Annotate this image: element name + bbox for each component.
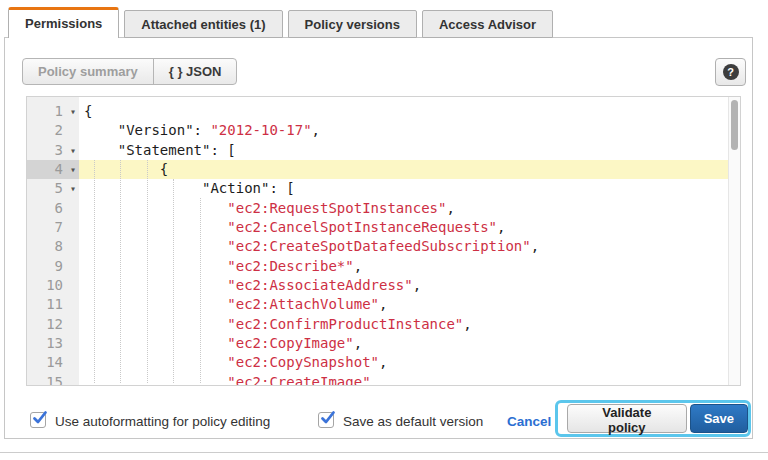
tab-attached-entities[interactable]: Attached entities (1) [124, 10, 282, 38]
gutter-line-number: 15 [27, 373, 79, 386]
gutter-line-number: 6 [27, 199, 79, 218]
fold-arrow-icon[interactable]: ▾ [70, 160, 76, 179]
policy-summary-button[interactable]: Policy summary [23, 59, 154, 84]
code-line[interactable]: "ec2:CancelSpotInstanceRequests", [79, 218, 728, 237]
permissions-panel: Policy summary { } JSON ? 1▾23▾4▾5▾67891… [4, 37, 753, 439]
editor-code-area[interactable]: { "Version": "2012-10-17", "Statement": … [79, 97, 728, 385]
code-line[interactable]: { [79, 160, 728, 179]
code-line[interactable]: "Version": "2012-10-17", [79, 121, 728, 140]
code-line[interactable]: "ec2:Describe*", [79, 257, 728, 276]
code-line[interactable]: "ec2:CopySnapshot", [79, 353, 728, 372]
gutter-line-number: 11 [27, 295, 79, 314]
code-line[interactable]: "ec2:RequestSpotInstances", [79, 199, 728, 218]
code-line[interactable]: "ec2:CopyImage", [79, 334, 728, 353]
tab-bar: Permissions Attached entities (1) Policy… [8, 7, 553, 38]
cancel-link[interactable]: Cancel [507, 414, 551, 429]
code-line[interactable]: "ec2:AttachVolume", [79, 295, 728, 314]
view-toggle: Policy summary { } JSON [22, 58, 237, 85]
code-line[interactable]: "Action": [ [79, 179, 728, 198]
gutter-line-number: 5▾ [27, 179, 79, 198]
editor-scrollbar-thumb[interactable] [731, 100, 738, 150]
tab-permissions[interactable]: Permissions [8, 7, 119, 38]
save-button[interactable]: Save [690, 404, 748, 433]
bottom-divider [0, 452, 768, 453]
code-line[interactable]: "ec2:CreateImage", [79, 373, 728, 386]
gutter-line-number: 1▾ [27, 102, 79, 121]
gutter-line-number: 9 [27, 257, 79, 276]
checkmark-icon [320, 410, 336, 426]
gutter-line-number: 4▾ [27, 160, 79, 179]
checkmark-icon [32, 410, 48, 426]
fold-arrow-icon[interactable]: ▾ [70, 102, 76, 121]
validate-policy-button[interactable]: Validate policy [567, 404, 687, 433]
default-version-label: Save as default version [343, 414, 483, 429]
tab-access-advisor[interactable]: Access Advisor [422, 10, 553, 38]
gutter-line-number: 12 [27, 315, 79, 334]
code-line[interactable]: "Statement": [ [79, 141, 728, 160]
json-toggle-button[interactable]: { } JSON [154, 59, 237, 84]
help-button[interactable]: ? [715, 58, 746, 86]
autoformat-checkbox[interactable] [30, 412, 46, 428]
autoformat-label: Use autoformatting for policy editing [55, 414, 270, 429]
fold-arrow-icon[interactable]: ▾ [70, 179, 76, 198]
gutter-line-number: 7 [27, 218, 79, 237]
gutter-line-number: 3▾ [27, 141, 79, 160]
editor-scrollbar-track[interactable] [728, 97, 740, 385]
gutter-line-number: 14 [27, 353, 79, 372]
code-line[interactable]: "ec2:CreateSpotDatafeedSubscription", [79, 237, 728, 256]
gutter-line-number: 2 [27, 121, 79, 140]
editor-gutter: 1▾23▾4▾5▾6789101112131415 [27, 97, 79, 385]
gutter-line-number: 13 [27, 334, 79, 353]
gutter-line-number: 10 [27, 276, 79, 295]
default-version-checkbox[interactable] [318, 412, 334, 428]
tab-policy-versions[interactable]: Policy versions [288, 10, 417, 38]
fold-arrow-icon[interactable]: ▾ [70, 141, 76, 160]
question-mark-icon: ? [723, 64, 739, 80]
code-line[interactable]: { [79, 102, 728, 121]
action-buttons-highlight-box: Validate policy Save [555, 400, 751, 437]
code-line[interactable]: "ec2:ConfirmProductInstance", [79, 315, 728, 334]
code-editor[interactable]: 1▾23▾4▾5▾6789101112131415 { "Version": "… [26, 96, 741, 386]
code-line[interactable]: "ec2:AssociateAddress", [79, 276, 728, 295]
iam-policy-editor-screen: Permissions Attached entities (1) Policy… [0, 0, 768, 460]
gutter-line-number: 8 [27, 237, 79, 256]
